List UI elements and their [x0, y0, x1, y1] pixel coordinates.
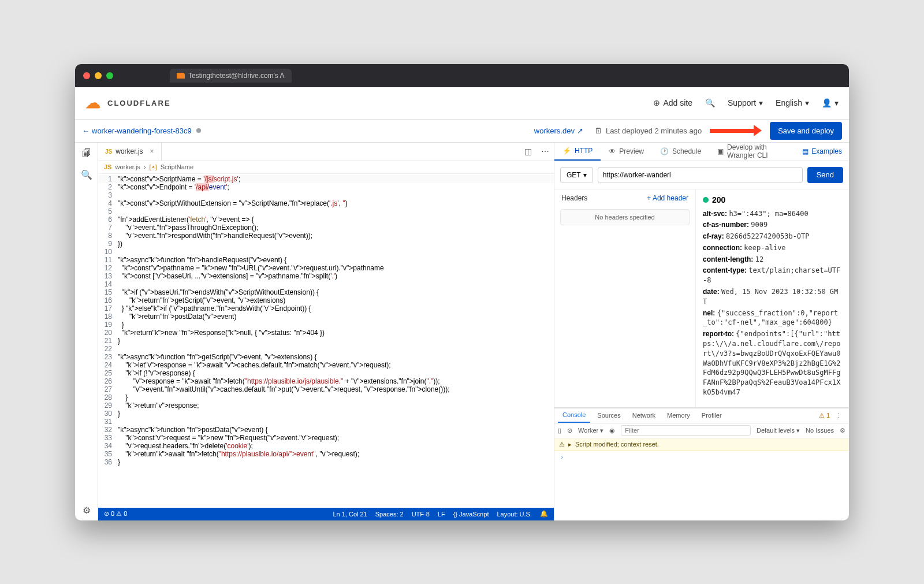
files-icon[interactable]: 🗐 — [82, 148, 91, 159]
breadcrumb[interactable]: JS worker.js › [∘] ScriptName — [98, 161, 554, 174]
log-levels-select[interactable]: Default levels ▾ — [757, 427, 800, 434]
search-icon[interactable]: 🔍 — [81, 169, 92, 180]
editor-pane: JS worker.js × ◫ ⋯ JS worker.js › [∘] Sc… — [98, 143, 554, 520]
language-mode[interactable]: {} JavaScript — [453, 511, 489, 518]
eol[interactable]: LF — [438, 511, 445, 518]
response-header-row: connection: keep-alive — [703, 243, 842, 253]
code-editor[interactable]: 1"k">const "v">ScriptName = '/js/script.… — [98, 174, 554, 508]
save-and-deploy-button[interactable]: Save and deploy — [770, 122, 842, 140]
tab-schedule[interactable]: 🕑Schedule — [652, 143, 709, 161]
support-dropdown[interactable]: Support ▾ — [728, 98, 763, 107]
devtools-tab-console[interactable]: Console — [558, 408, 590, 423]
symbol-icon: [∘] — [150, 163, 157, 171]
keyboard-layout[interactable]: Layout: U.S. — [497, 511, 532, 518]
response-header-row: nel: {"success_fraction":0,"report_to":"… — [703, 308, 842, 328]
console-settings-icon[interactable]: ⚙ — [840, 427, 845, 434]
bolt-icon: ⚡ — [562, 147, 571, 155]
annotation-arrow — [710, 125, 762, 136]
response-header-row: content-type: text/plain;charset=UTF-8 — [703, 266, 842, 285]
arrow-left-icon: ← — [82, 127, 90, 135]
chevron-down-icon: ▾ — [759, 98, 763, 107]
console-prompt[interactable]: › — [554, 451, 849, 463]
console-filter-input[interactable] — [621, 425, 751, 436]
response-header-row: content-length: 12 — [703, 255, 842, 265]
more-actions-icon[interactable]: ⋯ — [536, 147, 554, 156]
book-icon: ▤ — [802, 147, 808, 155]
cloudflare-header: ☁ CLOUDFLARE ⊕ Add site 🔍 Support ▾ Engl… — [75, 87, 849, 120]
browser-tab-title: Testingthetest@hldrive.com's A — [188, 72, 285, 80]
method-select[interactable]: GET▾ — [560, 167, 593, 183]
add-site-button[interactable]: ⊕ Add site — [653, 98, 692, 107]
tab-http[interactable]: ⚡HTTP — [554, 143, 601, 161]
url-input[interactable] — [598, 167, 803, 183]
devtools-tab-profiler[interactable]: Profiler — [697, 408, 726, 423]
devtools-more-icon[interactable]: ⋮ — [832, 412, 845, 419]
chevron-down-icon: ▾ — [834, 98, 839, 107]
devtools-tab-sources[interactable]: Sources — [593, 408, 625, 423]
context-select[interactable]: Worker ▾ — [578, 427, 603, 434]
worker-subheader: ← worker-wandering-forest-83c9 workers.d… — [75, 120, 849, 143]
back-to-worker-link[interactable]: ← worker-wandering-forest-83c9 — [82, 127, 192, 135]
rightpane-tabs: ⚡HTTP 👁Preview 🕑Schedule ▣Develop with W… — [554, 143, 849, 161]
request-headers-panel: Headers + Add header No headers specifie… — [554, 189, 696, 407]
devtools-tab-network[interactable]: Network — [628, 408, 660, 423]
account-dropdown[interactable]: 👤 ▾ — [822, 98, 839, 107]
tab-preview[interactable]: 👁Preview — [601, 143, 652, 161]
app-window: Testingthetest@hldrive.com's A ☁ CLOUDFL… — [75, 64, 849, 520]
close-window-button[interactable] — [83, 72, 90, 79]
external-link-icon: ↗ — [577, 127, 583, 135]
no-issues-text: No Issues — [806, 427, 834, 434]
http-pane: ⚡HTTP 👁Preview 🕑Schedule ▣Develop with W… — [554, 143, 849, 520]
indentation[interactable]: Spaces: 2 — [375, 511, 404, 518]
clear-console-icon[interactable]: ⊘ — [567, 427, 572, 434]
cloud-icon: ☁ — [85, 94, 102, 112]
browser-titlebar: Testingthetest@hldrive.com's A — [75, 64, 849, 87]
encoding[interactable]: UTF-8 — [412, 511, 430, 518]
clock-icon: 🕑 — [660, 147, 669, 155]
search-icon[interactable]: 🔍 — [705, 98, 715, 107]
response-panel: 200 alt-svc: h3=":443"; ma=86400cf-as-nu… — [696, 189, 849, 407]
file-tab-worker-js[interactable]: JS worker.js × — [98, 143, 162, 161]
devtools-tab-memory[interactable]: Memory — [662, 408, 695, 423]
response-header-row: alt-svc: h3=":443"; ma=86400 — [703, 209, 842, 219]
live-expression-icon[interactable]: ◉ — [609, 427, 615, 434]
editor-tabbar: JS worker.js × ◫ ⋯ — [98, 143, 554, 161]
terminal-icon: ▣ — [717, 147, 724, 155]
add-header-button[interactable]: + Add header — [647, 194, 688, 202]
brand-text: CLOUDFLARE — [107, 99, 171, 107]
expand-icon[interactable]: ▸ — [568, 441, 572, 448]
devtools-warning-count[interactable]: ⚠ 1 — [819, 412, 830, 419]
browser-tab[interactable]: Testingthetest@hldrive.com's A — [170, 69, 292, 83]
minimize-window-button[interactable] — [95, 72, 102, 79]
maximize-window-button[interactable] — [106, 72, 113, 79]
examples-link[interactable]: ▤Examples — [795, 147, 849, 155]
toggle-sidebar-icon[interactable]: ▯ — [558, 427, 561, 434]
tab-wrangler[interactable]: ▣Develop with Wrangler CLI — [709, 143, 795, 161]
split-editor-icon[interactable]: ◫ — [520, 147, 536, 156]
cloudflare-logo[interactable]: ☁ CLOUDFLARE — [85, 94, 171, 112]
language-dropdown[interactable]: English ▾ — [776, 98, 809, 107]
cloudflare-favicon-icon — [177, 73, 185, 79]
workers-dev-link[interactable]: workers.dev ↗ — [534, 127, 583, 135]
bell-icon[interactable]: 🔔 — [540, 510, 548, 518]
cursor-position[interactable]: Ln 1, Col 21 — [333, 511, 367, 518]
js-file-icon: JS — [104, 163, 111, 170]
js-file-icon: JS — [105, 148, 112, 155]
settings-gear-icon[interactable]: ⚙ — [83, 505, 91, 516]
status-dot-icon — [196, 128, 201, 133]
headers-label: Headers — [561, 194, 587, 202]
problems-indicator[interactable]: ⊘ 0 ⚠ 0 — [104, 510, 127, 518]
request-row: GET▾ Send — [554, 161, 849, 189]
no-headers-text: No headers specified — [560, 209, 690, 225]
last-deployed-text: 🗓 Last deployed 2 minutes ago — [595, 127, 702, 135]
send-button[interactable]: Send — [807, 167, 843, 183]
devtools: Console Sources Network Memory Profiler … — [554, 408, 849, 520]
response-header-row: date: Wed, 15 Nov 2023 10:32:50 GMT — [703, 287, 842, 307]
response-header-row: cf-as-number: 9009 — [703, 220, 842, 230]
chevron-down-icon: ▾ — [583, 171, 587, 179]
response-header-row: report-to: {"endpoints":[{"url":"https:\… — [703, 329, 842, 397]
plus-circle-icon: ⊕ — [653, 98, 660, 107]
console-warning-row: ⚠ ▸ Script modified; context reset. — [554, 438, 849, 451]
close-tab-icon[interactable]: × — [150, 147, 154, 155]
chevron-down-icon: ▾ — [805, 98, 809, 107]
